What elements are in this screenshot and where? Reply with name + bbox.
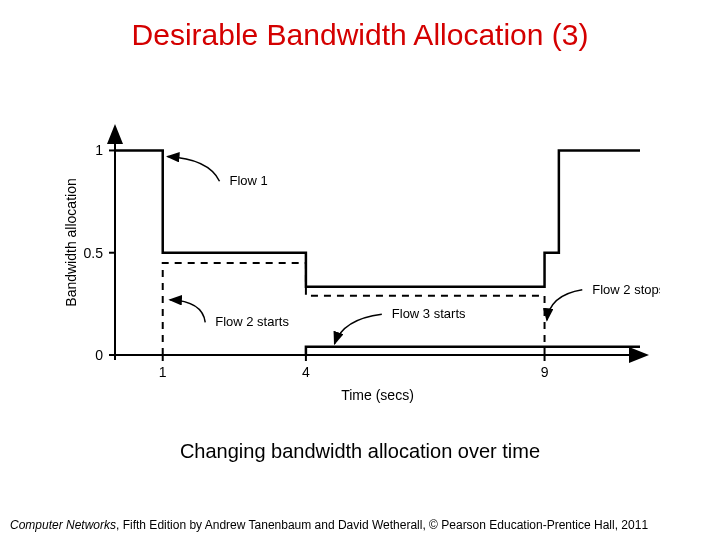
chart-caption: Changing bandwidth allocation over time [0,440,720,463]
series-flow-1 [115,150,640,286]
svg-text:9: 9 [541,364,549,380]
annotation-label: Flow 2 stops [592,282,660,297]
svg-text:0.5: 0.5 [84,245,104,261]
series-flow-2 [163,263,545,355]
annotation-label: Flow 1 [230,173,268,188]
slide-footer: Computer Networks, Fifth Edition by Andr… [10,518,710,532]
svg-text:4: 4 [302,364,310,380]
svg-text:0: 0 [95,347,103,363]
footer-book-title: Computer Networks [10,518,116,532]
svg-text:Bandwidth allocation: Bandwidth allocation [63,178,79,306]
svg-text:Time (secs): Time (secs) [341,387,414,403]
slide-title: Desirable Bandwidth Allocation (3) [0,18,720,52]
footer-rest: , Fifth Edition by Andrew Tanenbaum and … [116,518,648,532]
slide: Desirable Bandwidth Allocation (3) 00.51… [0,0,720,540]
svg-text:1: 1 [159,364,167,380]
annotation-label: Flow 2 starts [215,314,289,329]
svg-text:1: 1 [95,142,103,158]
series-flow-3 [306,347,640,355]
annotation-label: Flow 3 starts [392,306,466,321]
bandwidth-chart: 00.51149Time (secs)Bandwidth allocation … [60,120,660,410]
